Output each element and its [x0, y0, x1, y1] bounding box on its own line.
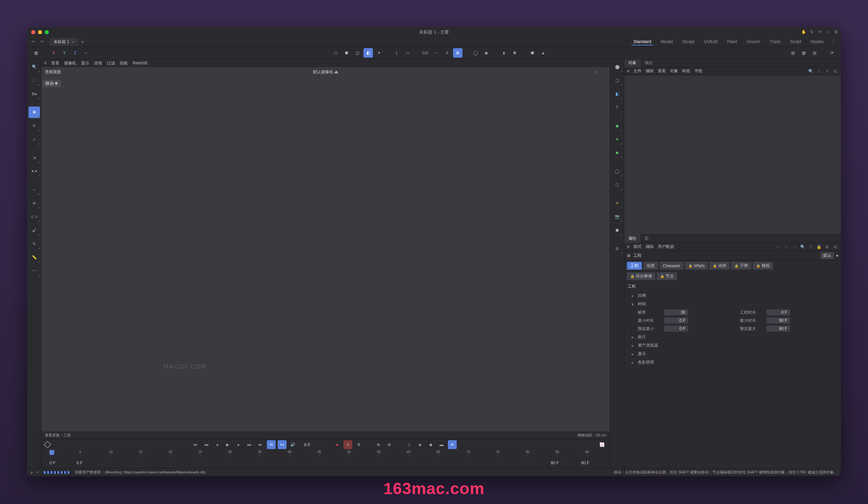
- coordinate-system-button[interactable]: ⌐: [81, 48, 91, 58]
- volume-tool[interactable]: ◯: [611, 165, 623, 177]
- fcurve-button[interactable]: 📈: [597, 440, 606, 449]
- search-icon[interactable]: 🔍: [799, 244, 806, 250]
- layout-tab-groom[interactable]: Groom: [745, 38, 762, 45]
- primitive-cube-tool[interactable]: ◧: [611, 88, 623, 100]
- render-settings-button[interactable]: ⬢: [528, 48, 537, 58]
- vp-menu-filter[interactable]: 过滤: [107, 60, 115, 66]
- key-interp-1[interactable]: ◇: [404, 440, 413, 449]
- path-tool[interactable]: 〰: [29, 265, 40, 277]
- project-length-input[interactable]: 0 F: [766, 309, 790, 316]
- axis-y-toggle[interactable]: Y: [60, 48, 69, 58]
- chevron-down-icon[interactable]: ▾: [836, 253, 838, 258]
- edit-mode-5[interactable]: ✦: [374, 48, 384, 58]
- rotate-tool[interactable]: ↻: [29, 120, 40, 132]
- viewport-3d[interactable]: 透视视图 默认摄像机 ⏏: [41, 67, 610, 431]
- spline-tool[interactable]: ～: [29, 184, 40, 195]
- section-color-mgmt[interactable]: ▸色彩管理: [624, 358, 841, 367]
- deformer-tool[interactable]: ⬡: [611, 179, 623, 191]
- vp-menu-redshift[interactable]: Redshift: [133, 61, 147, 65]
- undo-button[interactable]: ↶: [30, 39, 37, 45]
- render-button[interactable]: ▲: [538, 48, 548, 58]
- play-button[interactable]: ▶: [224, 440, 232, 449]
- key-interp-2[interactable]: ◈: [415, 440, 424, 449]
- attr-tab-project[interactable]: 工程: [627, 262, 642, 270]
- range-end[interactable]: 90 F: [581, 461, 601, 465]
- layout-menu-icon[interactable]: ⋮: [831, 38, 836, 45]
- layers-tab[interactable]: 层: [640, 234, 653, 243]
- popup-icon[interactable]: ↗: [824, 68, 830, 74]
- search-icon[interactable]: 🔍: [808, 68, 814, 74]
- magnet-tool[interactable]: ⊂⊃: [29, 211, 40, 223]
- asset-browser-button[interactable]: ▦: [31, 48, 41, 58]
- edit-mode-2[interactable]: ⬢: [342, 48, 351, 58]
- tag-tool[interactable]: ⊘: [611, 243, 623, 254]
- range-start[interactable]: 0 F: [50, 461, 70, 465]
- primitive-null-tool[interactable]: ⬤: [611, 61, 623, 73]
- attr-tab-bullet[interactable]: 🔒子弹: [731, 262, 751, 270]
- live-selection-tool[interactable]: ◌: [29, 75, 40, 86]
- loop-button[interactable]: ⟲: [267, 440, 276, 449]
- edit-mode-1[interactable]: ⬡: [331, 48, 340, 58]
- attr-mode-select[interactable]: 默认: [820, 252, 834, 259]
- measure-tool[interactable]: 📏: [29, 252, 40, 263]
- snap-toggle[interactable]: ⊙⊙: [421, 48, 430, 58]
- nav-up-icon[interactable]: ↑: [792, 244, 797, 250]
- section-time[interactable]: ▾时间: [624, 300, 841, 308]
- attr-tab-todo[interactable]: 🔒待办事项: [627, 272, 655, 280]
- sound-button[interactable]: 🔊: [289, 440, 297, 449]
- layout-tab-script[interactable]: Script: [788, 38, 803, 45]
- object-manager-tree[interactable]: [624, 75, 841, 235]
- document-tab[interactable]: 未标题 1 ×: [50, 38, 78, 46]
- undock-icon[interactable]: ⧉: [832, 68, 838, 74]
- history-button[interactable]: ⟳: [827, 48, 837, 58]
- attr-tab-nodes[interactable]: 🔒节点: [657, 272, 677, 280]
- home-icon[interactable]: ⌂: [816, 68, 822, 74]
- redo-button[interactable]: ↷: [39, 39, 45, 45]
- cloner-tool[interactable]: ✦: [611, 134, 623, 145]
- vp-menu-display[interactable]: 显示: [81, 60, 89, 66]
- range-preview-start[interactable]: 0 F: [76, 461, 97, 465]
- section-asset-browser[interactable]: ▸资产浏览器: [624, 341, 841, 350]
- hamburger-icon[interactable]: ≡: [627, 69, 629, 74]
- axis-gizmo[interactable]: Y X Z: [593, 70, 606, 83]
- hamburger-icon[interactable]: ≡: [31, 471, 32, 474]
- key-rot-button[interactable]: ⊗: [385, 440, 394, 449]
- keyframe-marker-icon[interactable]: [44, 441, 52, 449]
- symmetry-button[interactable]: ⧗: [499, 48, 509, 58]
- layout-tab-standard[interactable]: Standard: [631, 38, 653, 45]
- effector-tool[interactable]: ✱: [611, 147, 623, 159]
- grid-snap[interactable]: #: [442, 48, 452, 58]
- field-tool[interactable]: ◉: [611, 120, 623, 132]
- next-frame-button[interactable]: ▸: [234, 440, 243, 449]
- prev-key-button[interactable]: ◂◂: [202, 440, 210, 449]
- render-queue-button[interactable]: ▤: [810, 48, 819, 58]
- attr-menu-userdata[interactable]: 用户数据: [658, 244, 674, 250]
- material-tool[interactable]: ⬢: [611, 225, 623, 236]
- camera-tool[interactable]: 📷: [611, 211, 623, 223]
- preview-max-input[interactable]: 90 F: [766, 326, 790, 332]
- attr-tab-cineware[interactable]: Cineware: [660, 262, 683, 270]
- nav-back-icon[interactable]: ←: [775, 244, 781, 250]
- lock-icon[interactable]: 🔒: [816, 244, 822, 250]
- record-button[interactable]: ●: [333, 440, 341, 449]
- objects-tab[interactable]: 对象: [624, 59, 640, 67]
- key-pos-button[interactable]: ⊕: [374, 440, 383, 449]
- vp-menu-cameras[interactable]: 摄像机: [64, 60, 76, 66]
- key-interp-5[interactable]: ✕: [448, 440, 457, 449]
- picture-viewer-button[interactable]: ▥: [788, 48, 797, 58]
- window-close-button[interactable]: [31, 30, 35, 34]
- attr-tab-sim[interactable]: 🔒模拟: [753, 262, 773, 270]
- brush-tool[interactable]: ≋: [29, 197, 40, 209]
- key-interp-3[interactable]: ◆: [426, 440, 435, 449]
- vp-menu-options[interactable]: 选项: [94, 60, 102, 66]
- layout-tab-sculpt[interactable]: Sculpt: [680, 38, 696, 45]
- search-tool[interactable]: 🔍: [29, 61, 40, 73]
- window-minimize-button[interactable]: [38, 30, 42, 34]
- quantize-snap[interactable]: ⊞: [453, 48, 463, 58]
- workplane-lock-button[interactable]: ▭: [403, 48, 412, 58]
- text-tool[interactable]: T: [611, 102, 623, 113]
- layout-tab-uvedit[interactable]: UVEdit: [702, 38, 720, 45]
- layout-tab-model[interactable]: Model: [659, 38, 675, 45]
- attr-tab-info[interactable]: 信息: [643, 262, 658, 270]
- preview-min-input[interactable]: 0 F: [664, 326, 688, 332]
